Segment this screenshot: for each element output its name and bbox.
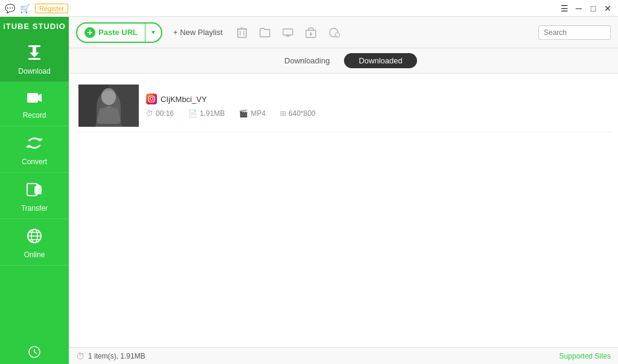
window-controls: ☰ ─ □ ✕ [559,3,613,14]
table-row: CIjKMbci_VY ⏱ 00:16 📄 1.91MB 🎬 [75,80,612,132]
sidebar-record-label: Record [23,111,46,120]
screen-button[interactable] [279,24,296,41]
sidebar-item-transfer[interactable]: Transfer [0,173,69,219]
paste-url-dropdown-arrow[interactable]: ▼ [145,26,161,39]
register-button[interactable]: Register [35,4,68,13]
convert-icon [26,135,43,155]
close-icon[interactable]: ✕ [602,3,613,14]
file-duration-value: 00:16 [156,109,174,118]
svg-rect-36 [148,96,154,102]
instagram-icon [146,94,157,104]
export-button[interactable] [302,24,319,41]
svg-point-35 [101,88,116,105]
status-clock-icon: ⏱ [76,351,84,361]
file-resolution: ⊞ 640*800 [280,109,316,118]
minimize-icon[interactable]: ─ [573,3,584,14]
svg-rect-4 [27,93,38,103]
file-title-row: CIjKMbci_VY [146,94,608,104]
clock-icon: ⏱ [146,109,153,118]
file-size: 📄 1.91MB [188,109,225,118]
file-format-value: MP4 [250,109,266,118]
content-area: CIjKMbci_VY ⏱ 00:16 📄 1.91MB 🎬 [69,74,618,347]
convert-toolbar-button[interactable]: + [325,24,342,41]
paste-url-main[interactable]: + Paste URL [77,24,145,41]
sidebar-item-download[interactable]: Download [0,36,69,82]
svg-rect-0 [28,45,40,47]
file-meta: ⏱ 00:16 📄 1.91MB 🎬 MP4 ⊞ [146,109,608,118]
svg-rect-34 [78,85,109,127]
sidebar-item-record[interactable]: Record [0,82,69,126]
downloaded-tab-label: Downloaded [358,56,402,65]
thumbnail-image [78,85,139,127]
sidebar-item-convert[interactable]: Convert [0,126,69,173]
resolution-icon: ⊞ [280,109,286,118]
svg-marker-29 [309,34,313,36]
file-duration: ⏱ 00:16 [146,109,174,118]
delete-button[interactable] [234,24,250,41]
file-name: CIjKMbci_VY [161,95,207,104]
svg-rect-24 [283,29,293,35]
search-input[interactable] [538,25,611,40]
maximize-icon[interactable]: □ [588,3,599,14]
status-left: ⏱ 1 item(s), 1.91MB [76,351,145,361]
title-bar-left: 💬 🛒 Register [5,4,68,13]
sidebar-clock [0,340,69,364]
file-size-value: 1.91MB [200,109,225,118]
format-icon: 🎬 [239,109,248,118]
svg-point-38 [153,97,153,98]
svg-marker-2 [30,53,39,57]
file-info: CIjKMbci_VY ⏱ 00:16 📄 1.91MB 🎬 [146,94,608,118]
main-content: + Paste URL ▼ + New Playlist [69,17,618,364]
tab-downloaded[interactable]: Downloaded [344,53,416,68]
sidebar-transfer-label: Transfer [21,204,48,212]
tabs-bar: Downloading Downloaded [69,48,618,74]
paste-url-plus-icon: + [84,27,95,38]
size-icon: 📄 [188,109,197,118]
transfer-icon [26,181,43,202]
status-bar: ⏱ 1 item(s), 1.91MB Supported Sites [69,347,618,364]
paste-url-button[interactable]: + Paste URL ▼ [76,22,162,43]
tab-downloading[interactable]: Downloading [270,53,344,68]
sidebar-download-label: Download [18,67,50,75]
sidebar-convert-label: Convert [22,158,47,166]
app-body: iTUBE STUDIO Download Record [0,17,618,364]
cart-icon: 🛒 [20,4,30,13]
file-thumbnail [78,85,139,127]
menu-icon[interactable]: ☰ [559,3,570,14]
sidebar: iTUBE STUDIO Download Record [0,17,69,364]
file-format: 🎬 MP4 [239,109,266,118]
sidebar-online-label: Online [24,251,45,259]
paste-url-label: Paste URL [98,28,138,37]
app-logo: iTUBE STUDIO [0,17,69,36]
svg-line-18 [34,352,37,354]
new-playlist-button[interactable]: + New Playlist [168,25,228,39]
folder-button[interactable] [256,24,273,41]
svg-rect-3 [28,58,40,60]
svg-point-37 [150,98,153,101]
online-icon [26,228,43,248]
toolbar: + Paste URL ▼ + New Playlist [69,17,618,48]
svg-marker-5 [38,94,42,102]
status-summary: 1 item(s), 1.91MB [88,352,145,360]
downloading-tab-label: Downloading [284,56,330,65]
new-playlist-label: + New Playlist [173,28,223,37]
title-bar: 💬 🛒 Register ☰ ─ □ ✕ [0,0,618,17]
record-icon [26,91,43,109]
supported-sites-link[interactable]: Supported Sites [559,352,611,360]
svg-rect-19 [238,29,246,37]
file-resolution-value: 640*800 [288,109,316,118]
svg-text:+: + [336,33,338,37]
download-icon [26,44,43,65]
sidebar-item-online[interactable]: Online [0,219,69,266]
message-icon: 💬 [5,4,15,13]
